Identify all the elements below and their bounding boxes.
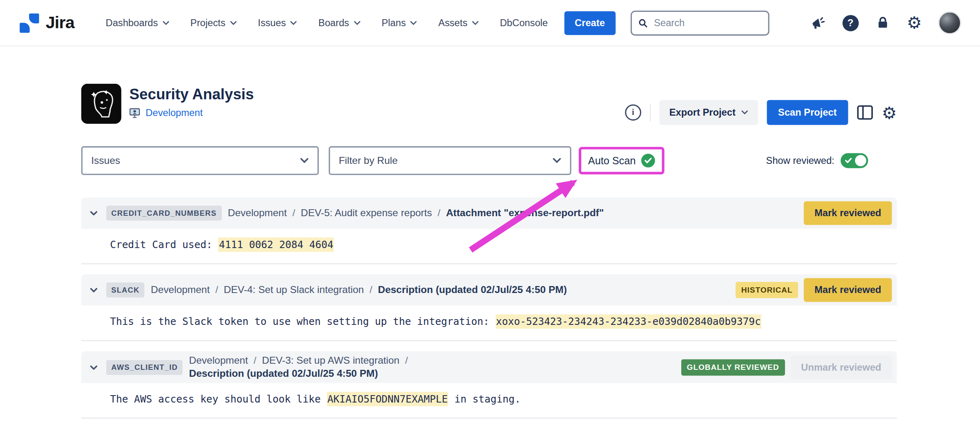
auto-scan-label: Auto Scan bbox=[588, 155, 635, 167]
chevron-down-icon bbox=[553, 157, 561, 163]
megaphone-icon[interactable] bbox=[810, 15, 826, 31]
chevron-down-icon bbox=[741, 110, 748, 115]
mark-reviewed-button[interactable]: Mark reviewed bbox=[804, 278, 892, 302]
nav-menu: Dashboards Projects Issues Boards Plans … bbox=[106, 17, 548, 29]
jira-logo-icon bbox=[19, 12, 40, 34]
nav-item-label: Projects bbox=[190, 17, 226, 29]
crumb-separator: / bbox=[215, 284, 218, 296]
crumb-issue[interactable]: DEV-3: Set up AWS integration bbox=[262, 355, 399, 367]
breadcrumb: Development / DEV-4: Set up Slack integr… bbox=[151, 284, 736, 296]
crumb-location: Description (updated 02/Jul/25 4:50 PM) bbox=[189, 368, 378, 380]
findings-list: CREDIT_CARD_NUMBERS Development / DEV-5:… bbox=[81, 197, 897, 418]
nav-item-boards[interactable]: Boards bbox=[318, 17, 360, 29]
export-project-button[interactable]: Export Project bbox=[659, 100, 758, 125]
filters-row: Issues Filter by Rule Auto Scan Show rev… bbox=[81, 146, 897, 175]
crumb-separator: / bbox=[292, 208, 295, 219]
rule-filter-select[interactable]: Filter by Rule bbox=[329, 146, 571, 175]
crumb-project[interactable]: Development bbox=[189, 355, 248, 367]
check-icon bbox=[845, 157, 852, 163]
crumb-location: Attachment "expense-report.pdf" bbox=[446, 208, 604, 219]
toggle-knob bbox=[855, 155, 866, 166]
chevron-down-icon bbox=[472, 20, 479, 25]
help-icon[interactable]: ? bbox=[842, 15, 859, 31]
gear-icon[interactable]: ⚙ bbox=[907, 14, 922, 31]
secret-highlight: AKIAIO5FODNN7EXAMPLE bbox=[327, 392, 449, 406]
project-category-icon bbox=[130, 108, 141, 119]
finding-header: AWS_CLIENT_ID Development / DEV-3: Set u… bbox=[81, 351, 897, 383]
finding-content: Credit Card used: 4111 0062 2084 4604 bbox=[81, 229, 897, 264]
auto-scan-check-icon bbox=[641, 154, 655, 168]
crumb-separator: / bbox=[253, 355, 256, 367]
project-breadcrumb-link[interactable]: Development bbox=[145, 107, 203, 119]
unmark-reviewed-button[interactable]: Unmark reviewed bbox=[790, 355, 892, 379]
finding-text-prefix: This is the Slack token to use when sett… bbox=[110, 315, 495, 327]
create-button[interactable]: Create bbox=[564, 11, 615, 35]
secret-highlight: 4111 0062 2084 4604 bbox=[218, 237, 334, 252]
collapse-chevron-icon[interactable] bbox=[89, 362, 100, 372]
page-title: Security Analysis bbox=[130, 86, 254, 103]
scan-project-button[interactable]: Scan Project bbox=[767, 100, 848, 125]
nav-item-dbconsole[interactable]: DbConsole bbox=[500, 17, 548, 29]
user-avatar[interactable] bbox=[938, 11, 962, 35]
crumb-issue[interactable]: DEV-5: Audit expense reports bbox=[301, 208, 432, 219]
jira-logo[interactable]: Jira bbox=[19, 12, 74, 34]
finding-content: The AWS access key should look like AKIA… bbox=[81, 383, 897, 418]
chevron-down-icon bbox=[300, 157, 309, 163]
project-avatar bbox=[81, 84, 121, 124]
columns-icon bbox=[857, 105, 873, 120]
mark-reviewed-button[interactable]: Mark reviewed bbox=[804, 201, 892, 225]
search-icon bbox=[638, 17, 648, 29]
main-content: Security Analysis Development i Ex bbox=[0, 84, 980, 419]
chevron-down-icon bbox=[410, 20, 417, 25]
crumb-project[interactable]: Development bbox=[228, 208, 287, 219]
chevron-down-icon bbox=[162, 20, 169, 25]
nav-item-issues[interactable]: Issues bbox=[258, 17, 297, 29]
nav-item-label: Plans bbox=[382, 17, 406, 29]
issues-filter-value: Issues bbox=[91, 155, 120, 166]
show-reviewed-toggle[interactable] bbox=[841, 153, 868, 168]
jira-logo-text: Jira bbox=[46, 13, 74, 32]
chevron-down-icon bbox=[290, 20, 297, 25]
nav-item-projects[interactable]: Projects bbox=[190, 17, 237, 29]
finding-text-prefix: Credit Card used: bbox=[110, 239, 218, 251]
project-settings-gear-icon[interactable]: ⚙ bbox=[882, 104, 897, 121]
nav-item-label: Issues bbox=[258, 17, 286, 29]
show-reviewed-label: Show reviewed: bbox=[766, 155, 834, 166]
rule-badge: CREDIT_CARD_NUMBERS bbox=[106, 206, 222, 221]
nav-item-assets[interactable]: Assets bbox=[439, 17, 479, 29]
nav-item-dashboards[interactable]: Dashboards bbox=[106, 17, 169, 29]
project-header: Security Analysis Development i Ex bbox=[81, 84, 897, 125]
auto-scan-indicator[interactable]: Auto Scan bbox=[579, 147, 665, 174]
finding-group: CREDIT_CARD_NUMBERS Development / DEV-5:… bbox=[81, 197, 897, 264]
divider bbox=[650, 104, 651, 121]
crumb-project[interactable]: Development bbox=[151, 284, 210, 296]
collapse-chevron-icon[interactable] bbox=[89, 208, 100, 218]
crumb-issue[interactable]: DEV-4: Set up Slack integration bbox=[224, 284, 364, 296]
nav-item-label: Boards bbox=[318, 17, 349, 29]
finding-actions: GLOBALLY REVIEWED Unmark reviewed bbox=[681, 355, 892, 379]
crumb-separator: / bbox=[438, 208, 441, 219]
layout-panel-button[interactable] bbox=[857, 105, 873, 120]
show-reviewed-control: Show reviewed: bbox=[766, 153, 868, 168]
crumb-separator: / bbox=[369, 284, 372, 296]
info-icon[interactable]: i bbox=[625, 104, 641, 121]
search-box[interactable] bbox=[631, 10, 770, 35]
finding-header: SLACK Development / DEV-4: Set up Slack … bbox=[81, 274, 897, 305]
finding-actions: Mark reviewed bbox=[804, 201, 892, 225]
nav-item-plans[interactable]: Plans bbox=[382, 17, 417, 29]
issues-filter-select[interactable]: Issues bbox=[81, 146, 319, 175]
globally-reviewed-badge: GLOBALLY REVIEWED bbox=[681, 359, 785, 376]
project-info: Security Analysis Development bbox=[130, 84, 254, 125]
lock-icon[interactable] bbox=[875, 15, 891, 31]
finding-content: This is the Slack token to use when sett… bbox=[81, 306, 897, 341]
nav-item-label: Assets bbox=[439, 17, 468, 29]
finding-group: AWS_CLIENT_ID Development / DEV-3: Set u… bbox=[81, 351, 897, 418]
crumb-location: Description (updated 02/Jul/25 4:50 PM) bbox=[378, 284, 567, 296]
collapse-chevron-icon[interactable] bbox=[89, 285, 100, 295]
search-input[interactable] bbox=[653, 17, 762, 29]
chevron-down-icon bbox=[354, 20, 360, 25]
rule-badge: SLACK bbox=[106, 282, 145, 298]
breadcrumb: Development / DEV-3: Set up AWS integrat… bbox=[189, 355, 490, 380]
finding-header: CREDIT_CARD_NUMBERS Development / DEV-5:… bbox=[81, 197, 897, 228]
nav-item-label: DbConsole bbox=[500, 17, 548, 29]
